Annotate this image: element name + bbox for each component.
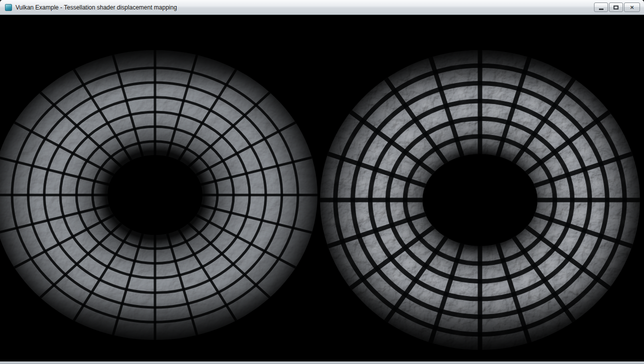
- minimize-icon: [599, 8, 604, 10]
- close-button[interactable]: ×: [624, 2, 640, 12]
- maximize-button[interactable]: [609, 2, 623, 12]
- vulkan-render-scene: [0, 15, 644, 362]
- window-frame-bottom: [0, 362, 644, 364]
- close-icon: ×: [630, 4, 634, 10]
- window-title: Vulkan Example - Tessellation shader dis…: [16, 4, 177, 11]
- maximize-icon: [614, 6, 618, 10]
- window-controls: ×: [594, 2, 640, 12]
- window-titlebar[interactable]: Vulkan Example - Tessellation shader dis…: [0, 0, 644, 15]
- render-viewport[interactable]: [0, 15, 644, 362]
- app-window: Vulkan Example - Tessellation shader dis…: [0, 0, 644, 364]
- minimize-button[interactable]: [594, 2, 608, 12]
- app-icon: [5, 4, 12, 11]
